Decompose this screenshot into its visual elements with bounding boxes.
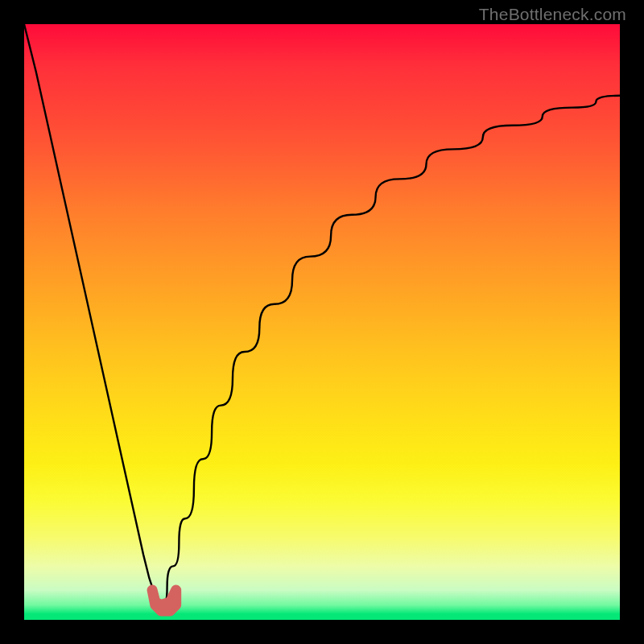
- curve-right-branch: [161, 96, 620, 608]
- min-marker: [152, 590, 176, 611]
- curve-left-branch: [24, 24, 161, 608]
- watermark-text: TheBottleneck.com: [479, 5, 626, 24]
- curve-layer: [24, 24, 620, 620]
- chart-frame: TheBottleneck.com: [0, 0, 644, 644]
- bottleneck-curve: [24, 24, 620, 611]
- plot-area: [24, 24, 620, 620]
